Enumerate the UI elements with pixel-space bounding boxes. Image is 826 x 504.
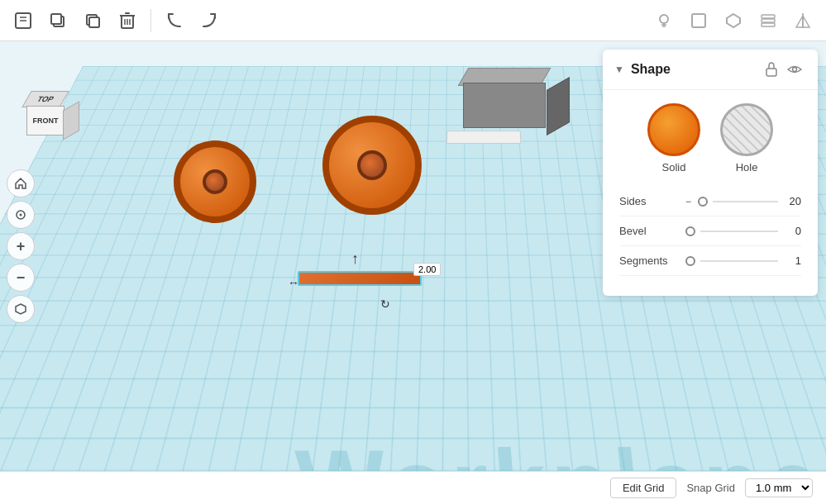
segments-property-row: Segments 1: [619, 246, 801, 276]
panel-eye-button[interactable]: [783, 58, 806, 81]
sides-slider[interactable]: −: [685, 196, 778, 207]
sides-property-row: Sides − 20: [619, 187, 801, 216]
sides-value: 20: [778, 195, 801, 207]
segments-slider-track[interactable]: [700, 260, 778, 262]
layers-button[interactable]: [753, 6, 783, 36]
svg-rect-18: [762, 15, 775, 18]
hole-shape-option[interactable]: Hole: [720, 103, 773, 174]
hole-shape-circle: [720, 103, 773, 156]
right-panel: ▼ Shape Solid Hole Sides: [603, 50, 818, 296]
panel-collapse-button[interactable]: ▼: [614, 64, 624, 75]
svg-point-25: [793, 68, 797, 72]
sides-slider-track[interactable]: [713, 201, 778, 202]
view-cube[interactable]: TOP FRONT: [17, 91, 74, 149]
bevel-slider-handle[interactable]: [685, 226, 695, 236]
light-button[interactable]: [649, 6, 679, 36]
bevel-value: 0: [778, 225, 801, 237]
solid-shape-circle: [647, 103, 700, 156]
redo-button[interactable]: [194, 6, 224, 36]
shape-options: Solid Hole: [603, 90, 818, 180]
toolbar-left: [8, 6, 649, 36]
new-shape-button[interactable]: [8, 6, 38, 36]
panel-title: Shape: [631, 62, 760, 77]
segments-label: Segments: [619, 254, 685, 267]
cube-top-label: TOP: [36, 95, 55, 103]
shape-menu-button[interactable]: [684, 6, 714, 36]
3d-view-button[interactable]: [7, 295, 35, 323]
sides-label: Sides: [619, 195, 685, 207]
bevel-slider-track[interactable]: [700, 231, 778, 232]
bevel-property-row: Bevel 0: [619, 216, 801, 246]
undo-button[interactable]: [160, 6, 189, 36]
left-nav: + −: [7, 169, 35, 323]
segments-slider-handle[interactable]: [685, 256, 695, 266]
fit-view-button[interactable]: [7, 201, 35, 229]
solid-shape-label: Solid: [662, 161, 686, 174]
zoom-in-button[interactable]: +: [7, 232, 35, 260]
cube-front-face[interactable]: FRONT: [26, 106, 64, 136]
solid-shape-option[interactable]: Solid: [647, 103, 700, 174]
toolbar: [0, 0, 826, 41]
hole-shape-label: Hole: [736, 161, 758, 174]
delete-button[interactable]: [112, 6, 142, 36]
toolbar-right: [649, 6, 818, 36]
cube-container: TOP FRONT: [17, 91, 74, 149]
edit-grid-button[interactable]: Edit Grid: [610, 478, 677, 498]
bevel-label: Bevel: [619, 225, 685, 237]
mirror-button[interactable]: [788, 6, 818, 36]
sides-minus-icon: −: [685, 196, 691, 207]
bevel-slider[interactable]: [685, 226, 778, 236]
cube-top-face[interactable]: TOP: [21, 91, 69, 107]
panel-header: ▼ Shape: [603, 50, 818, 90]
toolbar-divider-1: [150, 9, 151, 32]
svg-point-23: [20, 214, 22, 216]
svg-rect-20: [762, 23, 775, 26]
grid-view-button[interactable]: [719, 6, 748, 36]
sides-slider-handle[interactable]: [698, 197, 708, 207]
duplicate-button[interactable]: [78, 6, 107, 36]
svg-point-13: [660, 15, 668, 23]
segments-value: 1: [778, 254, 801, 267]
zoom-out-button[interactable]: −: [7, 264, 35, 292]
svg-rect-4: [51, 14, 61, 24]
home-nav-button[interactable]: [7, 169, 35, 197]
snap-grid-select[interactable]: 1.0 mm 0.5 mm 2.0 mm 5.0 mm: [745, 478, 813, 497]
copy-button[interactable]: [43, 6, 73, 36]
svg-rect-6: [89, 17, 99, 27]
svg-rect-19: [762, 19, 775, 22]
segments-slider[interactable]: [685, 256, 778, 266]
cube-front-label: FRONT: [33, 116, 59, 125]
svg-rect-24: [766, 69, 776, 76]
panel-lock-button[interactable]: [760, 58, 783, 81]
snap-grid-label: Snap Grid: [686, 482, 735, 494]
svg-rect-17: [692, 14, 705, 27]
panel-properties: Sides − 20 Bevel 0 Segments 1: [603, 180, 818, 283]
bottom-bar: Edit Grid Snap Grid 1.0 mm 0.5 mm 2.0 mm…: [0, 471, 826, 504]
